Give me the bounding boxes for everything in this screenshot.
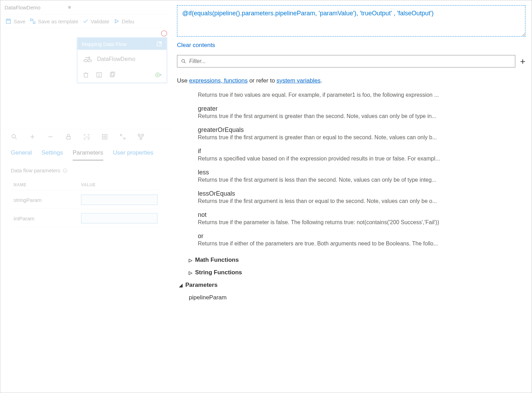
svg-rect-0 — [6, 19, 10, 23]
activity-tabs: General Settings Parameters User propert… — [0, 144, 171, 160]
add-button[interactable]: + — [520, 56, 525, 67]
list-item[interactable]: greater Returns true if the first argume… — [198, 105, 525, 119]
list-item[interactable]: if Returns a specified value based on if… — [198, 148, 525, 162]
designer-pane: DataFlowDemo Save Save as template Valid… — [0, 0, 171, 393]
filter-input[interactable] — [189, 58, 511, 64]
svg-rect-2 — [30, 19, 32, 21]
activity-name: DataFlowDemo — [97, 56, 135, 62]
zoom-in-icon[interactable] — [29, 133, 36, 140]
expression-input[interactable] — [177, 5, 525, 37]
list-item[interactable]: lessOrEquals Returns true if the first a… — [198, 190, 525, 204]
filter-box[interactable] — [177, 55, 515, 68]
add-next-icon[interactable] — [155, 71, 162, 78]
svg-text:100%: 100% — [85, 136, 90, 138]
svg-rect-7 — [84, 73, 88, 77]
col-name: NAME — [11, 180, 78, 190]
list-item[interactable]: less Returns true if the first argument … — [198, 169, 525, 183]
search-icon[interactable] — [11, 133, 18, 140]
open-icon[interactable] — [156, 41, 162, 47]
parameter-item[interactable]: pipelineParam — [189, 291, 525, 304]
svg-text:{}: {} — [98, 73, 100, 77]
zoom-out-icon[interactable] — [47, 133, 54, 140]
unsaved-dot-icon — [68, 6, 71, 9]
expressions-link[interactable]: expressions, functions — [189, 77, 248, 84]
system-variables-link[interactable]: system variables — [276, 77, 321, 84]
code-icon[interactable]: {} — [96, 71, 103, 78]
section-math[interactable]: ▷ Math Functions — [189, 254, 525, 266]
save-icon — [5, 18, 11, 24]
fit-icon[interactable] — [101, 133, 108, 140]
chevron-down-icon: ◢ — [179, 283, 183, 288]
col-value: VALUE — [79, 180, 160, 190]
toolbar: Save Save as template Validate Debu — [0, 14, 171, 28]
function-list: Returns true if two values are equal. Fo… — [177, 92, 525, 247]
trash-icon[interactable] — [82, 71, 89, 78]
search-icon — [181, 58, 186, 64]
validate-button[interactable]: Validate — [82, 18, 109, 24]
editor-tab[interactable]: DataFlowDemo — [0, 0, 171, 14]
svg-rect-3 — [33, 22, 35, 24]
expression-builder-panel: Clear contents + Use expressions, functi… — [171, 0, 532, 393]
table-row: stringParam — [11, 191, 160, 209]
play-icon — [113, 18, 120, 24]
dataflow-icon — [83, 55, 92, 64]
param-value-input[interactable] — [81, 213, 158, 223]
pipeline-canvas[interactable]: Mapping Data Flow DataFlowDemo {} — [0, 28, 171, 129]
svg-rect-19 — [142, 134, 144, 136]
svg-point-13 — [12, 134, 15, 138]
svg-rect-20 — [140, 138, 142, 140]
svg-rect-18 — [138, 134, 140, 136]
parameters-panel: Data flow parameters NAME VALUE stringPa… — [0, 160, 171, 235]
chevron-right-icon: ▷ — [189, 270, 192, 275]
tab-user-properties[interactable]: User properties — [113, 149, 153, 160]
svg-point-5 — [84, 60, 88, 62]
params-label: Data flow parameters — [11, 167, 61, 173]
template-icon — [30, 18, 36, 24]
copy-icon[interactable] — [109, 71, 116, 78]
layout-icon[interactable] — [137, 133, 144, 140]
svg-rect-1 — [7, 19, 9, 21]
svg-point-22 — [182, 60, 185, 62]
list-item[interactable]: or Returns true if either of the paramet… — [198, 233, 525, 247]
tab-general[interactable]: General — [11, 149, 32, 160]
tab-settings[interactable]: Settings — [41, 149, 63, 160]
lock-icon[interactable] — [65, 133, 72, 140]
section-string[interactable]: ▷ String Functions — [189, 266, 525, 279]
clear-contents-link[interactable]: Clear contents — [177, 42, 215, 49]
save-button[interactable]: Save — [5, 18, 25, 24]
section-parameters[interactable]: ◢ Parameters — [179, 279, 525, 291]
help-text: Use expressions, functions or refer to s… — [177, 77, 525, 84]
svg-rect-16 — [102, 134, 107, 139]
debug-button[interactable]: Debu — [113, 18, 134, 24]
svg-rect-17 — [104, 136, 106, 138]
save-template-button[interactable]: Save as template — [30, 18, 78, 24]
info-icon[interactable] — [63, 168, 67, 173]
param-value-input[interactable] — [81, 195, 158, 205]
error-indicator-icon — [161, 30, 167, 37]
table-row: intParam — [11, 210, 160, 227]
list-item[interactable]: Returns true if two values are equal. Fo… — [198, 92, 525, 98]
card-header: Mapping Data Flow — [78, 38, 167, 50]
svg-point-6 — [88, 60, 91, 62]
chevron-right-icon: ▷ — [189, 258, 192, 263]
canvas-toolbar: 100% — [0, 129, 171, 144]
svg-rect-14 — [67, 136, 70, 139]
tab-title: DataFlowDemo — [5, 5, 40, 10]
list-item[interactable]: not Returns true if the parameter is fal… — [198, 211, 525, 226]
zoom-100-icon[interactable]: 100% — [83, 133, 90, 140]
check-icon — [82, 18, 89, 24]
dataflow-activity-card[interactable]: Mapping Data Flow DataFlowDemo {} — [77, 37, 167, 83]
tab-parameters[interactable]: Parameters — [73, 149, 103, 160]
list-item[interactable]: greaterOrEquals Returns true if the firs… — [198, 126, 525, 141]
fullscreen-icon[interactable] — [119, 133, 126, 140]
